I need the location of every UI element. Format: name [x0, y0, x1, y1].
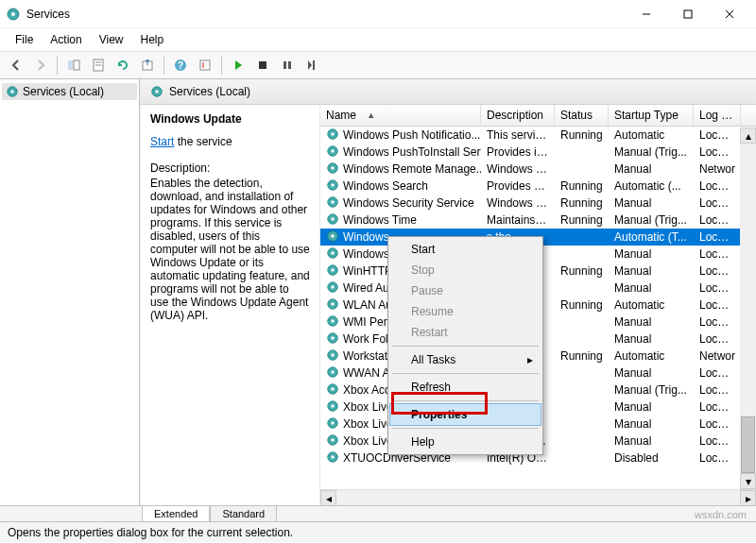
scroll-right-button[interactable]: ▸ — [740, 490, 756, 505]
statusbar-text: Opens the properties dialog box for the … — [8, 526, 293, 539]
horizontal-scrollbar[interactable]: ◂ ▸ — [320, 489, 756, 505]
scroll-up-button[interactable]: ▴ — [740, 127, 756, 144]
service-status — [555, 253, 609, 255]
scroll-down-button[interactable]: ▾ — [740, 473, 756, 489]
service-logon: Local S — [694, 263, 741, 279]
extra-button[interactable] — [195, 55, 215, 76]
properties-button[interactable] — [88, 55, 109, 76]
ctx-refresh[interactable]: Refresh — [390, 377, 541, 398]
svg-point-45 — [331, 302, 335, 306]
svg-point-33 — [331, 200, 335, 204]
service-name: WinHTTP — [343, 264, 392, 278]
service-startup: Automatic — [609, 127, 694, 143]
start-suffix: the service — [174, 135, 232, 148]
col-header-name[interactable]: Name ▲ — [320, 105, 481, 126]
service-startup: Manual (Trig... — [609, 144, 694, 160]
service-desc: Windows S... — [481, 195, 555, 211]
maximize-button[interactable] — [667, 1, 709, 27]
services-header-icon — [150, 85, 163, 98]
service-icon — [326, 331, 339, 348]
tree-item-services-local[interactable]: Services (Local) — [2, 83, 137, 100]
service-row[interactable]: Windows SearchProvides co...RunningAutom… — [320, 178, 756, 195]
svg-point-1 — [11, 12, 15, 16]
minimize-button[interactable] — [626, 1, 667, 27]
service-status: Running — [555, 212, 609, 228]
service-name: Windows PushToInstall Serv... — [343, 145, 481, 159]
ctx-help[interactable]: Help — [390, 432, 541, 452]
service-logon: Local Sy — [694, 382, 741, 398]
list-header: Name ▲ Description Status Startup Type L… — [320, 105, 756, 127]
service-startup: Automatic (T... — [609, 229, 694, 245]
tab-standard[interactable]: Standard — [210, 506, 277, 521]
service-logon: Local Sy — [694, 144, 741, 160]
service-status — [555, 321, 609, 323]
help-button[interactable]: ? — [170, 55, 191, 76]
service-icon — [326, 263, 339, 280]
restart-service-button[interactable] — [301, 55, 322, 76]
menu-action[interactable]: Action — [43, 30, 89, 49]
ctx-stop: Stop — [390, 260, 541, 280]
menu-view[interactable]: View — [92, 30, 131, 49]
service-status: Running — [555, 195, 609, 211]
col-header-description[interactable]: Description — [481, 105, 555, 126]
context-menu: Start Stop Pause Resume Restart All Task… — [387, 236, 543, 455]
statusbar: Opens the properties dialog box for the … — [0, 521, 756, 542]
service-startup: Manual — [609, 399, 694, 415]
show-hide-tree-button[interactable] — [63, 55, 84, 76]
service-icon — [326, 127, 339, 144]
service-name: Windows Push Notificatio... — [343, 128, 480, 142]
service-startup: Manual — [609, 365, 694, 381]
service-startup: Manual — [609, 314, 694, 330]
scroll-thumb-v[interactable] — [741, 416, 755, 473]
service-startup: Manual (Trig... — [609, 382, 694, 398]
tree-label: Services (Local) — [23, 85, 104, 98]
vertical-scrollbar[interactable]: ▴ ▾ — [740, 127, 756, 489]
service-icon — [326, 144, 339, 161]
ctx-all-tasks[interactable]: All Tasks▸ — [390, 349, 541, 370]
ctx-resume: Resume — [390, 301, 541, 322]
svg-point-57 — [331, 404, 335, 408]
menubar: File Action View Help — [0, 28, 756, 51]
service-row[interactable]: Windows Push Notificatio...This service … — [320, 127, 756, 144]
start-service-button[interactable] — [228, 55, 249, 76]
service-icon — [326, 229, 339, 246]
start-service-link[interactable]: Start — [150, 135, 174, 148]
service-row[interactable]: Windows PushToInstall Serv...Provides in… — [320, 144, 756, 161]
svg-rect-7 — [74, 60, 79, 70]
service-row[interactable]: Windows Security ServiceWindows S...Runn… — [320, 195, 756, 212]
forward-button[interactable] — [30, 55, 51, 76]
service-startup: Automatic — [609, 348, 694, 364]
service-status — [555, 168, 609, 170]
stop-service-button[interactable] — [252, 55, 273, 76]
svg-point-63 — [331, 455, 335, 459]
svg-rect-3 — [684, 10, 692, 18]
svg-point-53 — [331, 370, 335, 374]
sort-asc-icon: ▲ — [367, 110, 375, 120]
titlebar: Services — [0, 0, 756, 28]
service-row[interactable]: Windows Remote Manage...Windows R...Manu… — [320, 161, 756, 178]
service-status — [555, 406, 609, 408]
detail-pane: Windows Update Start the service Descrip… — [141, 105, 320, 505]
ctx-properties[interactable]: Properties — [390, 404, 541, 425]
service-icon — [326, 450, 339, 467]
tab-extended[interactable]: Extended — [142, 506, 210, 521]
svg-point-35 — [331, 217, 335, 221]
back-button[interactable] — [6, 55, 26, 76]
col-header-status[interactable]: Status — [555, 105, 609, 126]
close-button[interactable] — [709, 1, 750, 27]
col-header-startup[interactable]: Startup Type — [609, 105, 694, 126]
scroll-left-button[interactable]: ◂ — [320, 490, 336, 505]
service-status — [555, 287, 609, 289]
pause-service-button[interactable] — [277, 55, 298, 76]
col-header-logon[interactable]: Log On — [694, 105, 741, 126]
refresh-button[interactable] — [112, 55, 133, 76]
service-logon: Local Sy — [694, 399, 741, 415]
service-row[interactable]: Windows TimeMaintains d...RunningManual … — [320, 212, 756, 229]
menu-file[interactable]: File — [8, 30, 41, 49]
ctx-start[interactable]: Start — [390, 239, 541, 260]
description-label: Description: — [150, 161, 310, 175]
service-startup: Automatic (... — [609, 178, 694, 194]
export-button[interactable] — [137, 55, 158, 76]
menu-help[interactable]: Help — [133, 30, 172, 49]
svg-rect-18 — [288, 61, 291, 69]
